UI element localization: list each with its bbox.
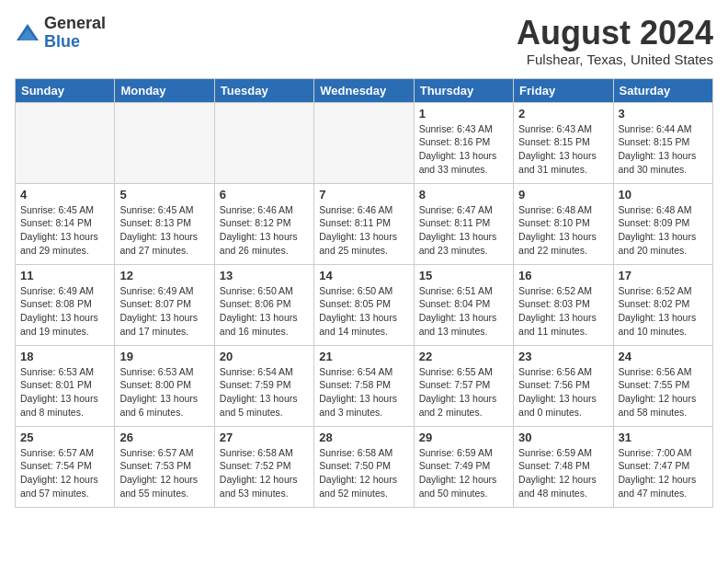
day-info: Sunrise: 6:58 AM Sunset: 7:50 PM Dayligh… <box>319 446 408 500</box>
day-number: 14 <box>319 269 408 282</box>
day-number: 7 <box>319 188 408 201</box>
day-info: Sunrise: 6:45 AM Sunset: 8:13 PM Dayligh… <box>119 203 209 258</box>
calendar-cell <box>16 102 115 183</box>
calendar-cell: 22Sunrise: 6:55 AM Sunset: 7:57 PM Dayli… <box>414 345 513 426</box>
day-info: Sunrise: 6:52 AM Sunset: 8:03 PM Dayligh… <box>518 284 608 339</box>
day-info: Sunrise: 6:48 AM Sunset: 8:10 PM Dayligh… <box>518 203 608 258</box>
day-info: Sunrise: 6:53 AM Sunset: 8:00 PM Dayligh… <box>119 365 209 419</box>
calendar-cell: 7Sunrise: 6:46 AM Sunset: 8:11 PM Daylig… <box>314 183 414 264</box>
day-number: 25 <box>20 431 109 444</box>
calendar-table: SundayMondayTuesdayWednesdayThursdayFrid… <box>15 78 713 508</box>
day-info: Sunrise: 7:00 AM Sunset: 7:47 PM Dayligh… <box>619 446 708 500</box>
calendar-cell: 19Sunrise: 6:53 AM Sunset: 8:00 PM Dayli… <box>115 345 214 426</box>
calendar-cell: 8Sunrise: 6:47 AM Sunset: 8:11 PM Daylig… <box>414 183 513 264</box>
calendar-cell: 20Sunrise: 6:54 AM Sunset: 7:59 PM Dayli… <box>214 345 313 426</box>
day-info: Sunrise: 6:50 AM Sunset: 8:06 PM Dayligh… <box>220 284 309 339</box>
day-number: 20 <box>220 350 309 363</box>
day-number: 30 <box>518 431 608 444</box>
day-info: Sunrise: 6:48 AM Sunset: 8:09 PM Dayligh… <box>619 203 708 258</box>
day-number: 19 <box>119 350 209 363</box>
day-number: 11 <box>20 269 109 282</box>
day-number: 2 <box>518 107 608 121</box>
calendar-cell: 23Sunrise: 6:56 AM Sunset: 7:56 PM Dayli… <box>514 345 613 426</box>
weekday-header-wednesday: Wednesday <box>314 78 414 102</box>
day-number: 29 <box>419 431 508 444</box>
calendar-cell: 3Sunrise: 6:44 AM Sunset: 8:15 PM Daylig… <box>613 102 712 183</box>
weekday-header-friday: Friday <box>514 78 613 102</box>
calendar-cell: 10Sunrise: 6:48 AM Sunset: 8:09 PM Dayli… <box>613 183 712 264</box>
day-number: 18 <box>20 350 109 363</box>
day-number: 1 <box>419 107 508 121</box>
weekday-header-monday: Monday <box>115 78 214 102</box>
day-number: 27 <box>220 431 309 444</box>
day-info: Sunrise: 6:49 AM Sunset: 8:08 PM Dayligh… <box>20 284 109 339</box>
location: Fulshear, Texas, United States <box>517 52 713 67</box>
weekday-header-tuesday: Tuesday <box>214 78 313 102</box>
day-info: Sunrise: 6:47 AM Sunset: 8:11 PM Dayligh… <box>419 203 508 258</box>
week-row-1: 1Sunrise: 6:43 AM Sunset: 8:16 PM Daylig… <box>16 102 713 183</box>
week-row-3: 11Sunrise: 6:49 AM Sunset: 8:08 PM Dayli… <box>16 264 713 345</box>
day-info: Sunrise: 6:44 AM Sunset: 8:15 PM Dayligh… <box>619 122 708 177</box>
day-number: 28 <box>319 431 408 444</box>
week-row-2: 4Sunrise: 6:45 AM Sunset: 8:14 PM Daylig… <box>16 183 713 264</box>
calendar-cell: 17Sunrise: 6:52 AM Sunset: 8:02 PM Dayli… <box>613 264 712 345</box>
day-number: 31 <box>619 431 708 444</box>
page-header: General Blue August 2024 Fulshear, Texas… <box>15 15 713 67</box>
day-number: 4 <box>20 188 109 201</box>
day-number: 23 <box>518 350 608 363</box>
calendar-cell: 30Sunrise: 6:59 AM Sunset: 7:48 PM Dayli… <box>514 426 613 507</box>
day-info: Sunrise: 6:45 AM Sunset: 8:14 PM Dayligh… <box>20 203 109 258</box>
calendar-cell: 1Sunrise: 6:43 AM Sunset: 8:16 PM Daylig… <box>414 102 513 183</box>
day-number: 15 <box>419 269 508 282</box>
day-info: Sunrise: 6:50 AM Sunset: 8:05 PM Dayligh… <box>319 284 408 339</box>
day-info: Sunrise: 6:57 AM Sunset: 7:54 PM Dayligh… <box>20 446 109 500</box>
calendar-cell: 21Sunrise: 6:54 AM Sunset: 7:58 PM Dayli… <box>314 345 414 426</box>
day-info: Sunrise: 6:54 AM Sunset: 7:58 PM Dayligh… <box>319 365 408 419</box>
day-number: 10 <box>619 188 708 201</box>
day-number: 8 <box>419 188 508 201</box>
day-info: Sunrise: 6:46 AM Sunset: 8:12 PM Dayligh… <box>220 203 309 258</box>
day-number: 12 <box>119 269 209 282</box>
day-info: Sunrise: 6:54 AM Sunset: 7:59 PM Dayligh… <box>220 365 309 419</box>
weekday-header-thursday: Thursday <box>414 78 513 102</box>
calendar-cell: 4Sunrise: 6:45 AM Sunset: 8:14 PM Daylig… <box>16 183 115 264</box>
month-title: August 2024 <box>517 15 713 52</box>
day-number: 16 <box>518 269 608 282</box>
calendar-cell: 26Sunrise: 6:57 AM Sunset: 7:53 PM Dayli… <box>115 426 214 507</box>
calendar-cell: 29Sunrise: 6:59 AM Sunset: 7:49 PM Dayli… <box>414 426 513 507</box>
logo: General Blue <box>15 15 106 52</box>
calendar-cell: 18Sunrise: 6:53 AM Sunset: 8:01 PM Dayli… <box>16 345 115 426</box>
day-info: Sunrise: 6:46 AM Sunset: 8:11 PM Dayligh… <box>319 203 408 258</box>
calendar-cell: 12Sunrise: 6:49 AM Sunset: 8:07 PM Dayli… <box>115 264 214 345</box>
day-number: 22 <box>419 350 508 363</box>
day-number: 26 <box>119 431 209 444</box>
day-info: Sunrise: 6:56 AM Sunset: 7:55 PM Dayligh… <box>619 365 708 419</box>
calendar-cell <box>115 102 214 183</box>
day-number: 3 <box>619 107 708 121</box>
weekday-header-sunday: Sunday <box>16 78 115 102</box>
calendar-cell: 13Sunrise: 6:50 AM Sunset: 8:06 PM Dayli… <box>214 264 313 345</box>
calendar-cell: 9Sunrise: 6:48 AM Sunset: 8:10 PM Daylig… <box>514 183 613 264</box>
day-number: 21 <box>319 350 408 363</box>
day-info: Sunrise: 6:43 AM Sunset: 8:15 PM Dayligh… <box>518 122 608 177</box>
week-row-5: 25Sunrise: 6:57 AM Sunset: 7:54 PM Dayli… <box>16 426 713 507</box>
calendar-cell: 25Sunrise: 6:57 AM Sunset: 7:54 PM Dayli… <box>16 426 115 507</box>
day-info: Sunrise: 6:55 AM Sunset: 7:57 PM Dayligh… <box>419 365 508 419</box>
calendar-cell: 15Sunrise: 6:51 AM Sunset: 8:04 PM Dayli… <box>414 264 513 345</box>
logo-blue-text: Blue <box>44 32 80 51</box>
weekday-header-row: SundayMondayTuesdayWednesdayThursdayFrid… <box>16 78 713 102</box>
day-info: Sunrise: 6:52 AM Sunset: 8:02 PM Dayligh… <box>619 284 708 339</box>
day-info: Sunrise: 6:51 AM Sunset: 8:04 PM Dayligh… <box>419 284 508 339</box>
logo-icon <box>15 20 40 46</box>
day-number: 13 <box>220 269 309 282</box>
day-number: 24 <box>619 350 708 363</box>
day-info: Sunrise: 6:59 AM Sunset: 7:49 PM Dayligh… <box>419 446 508 500</box>
day-info: Sunrise: 6:57 AM Sunset: 7:53 PM Dayligh… <box>119 446 209 500</box>
day-info: Sunrise: 6:43 AM Sunset: 8:16 PM Dayligh… <box>419 122 508 177</box>
calendar-cell: 28Sunrise: 6:58 AM Sunset: 7:50 PM Dayli… <box>314 426 414 507</box>
weekday-header-saturday: Saturday <box>613 78 712 102</box>
day-info: Sunrise: 6:49 AM Sunset: 8:07 PM Dayligh… <box>119 284 209 339</box>
calendar-cell: 11Sunrise: 6:49 AM Sunset: 8:08 PM Dayli… <box>16 264 115 345</box>
calendar-cell: 16Sunrise: 6:52 AM Sunset: 8:03 PM Dayli… <box>514 264 613 345</box>
calendar-cell: 24Sunrise: 6:56 AM Sunset: 7:55 PM Dayli… <box>613 345 712 426</box>
